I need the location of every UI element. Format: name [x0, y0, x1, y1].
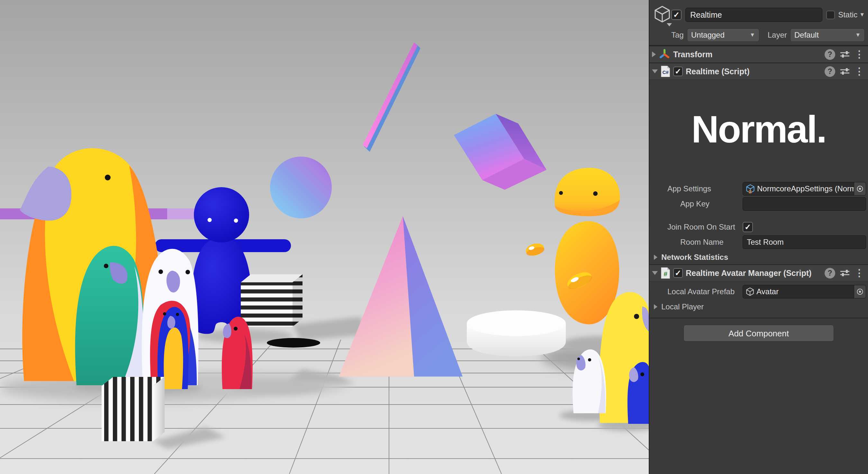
transform-title: Transform [673, 50, 822, 59]
tag-value: Untagged [691, 31, 724, 39]
help-icon[interactable]: ? [825, 49, 835, 60]
local-avatar-prefab-row: Local Avatar Prefab Avatar [649, 285, 866, 299]
app-key-row: App Key [649, 197, 866, 211]
static-label: Static [838, 10, 858, 19]
avatar-manager-enabled-checkbox[interactable]: ✓ [673, 268, 683, 278]
help-icon[interactable]: ? [825, 268, 835, 278]
avatar-manager-title: Realtime Avatar Manager (Script) [686, 268, 822, 278]
check-glyph: ✓ [673, 10, 680, 19]
gameobject-name-input[interactable] [685, 8, 823, 22]
app-settings-object-field[interactable]: {} NormcoreAppSettings (Norm [743, 182, 866, 196]
join-room-row: Join Room On Start ✓ [649, 220, 866, 234]
more-menu-icon[interactable]: ⋮ [855, 66, 864, 76]
avatar-manager-header[interactable]: # ✓ Realtime Avatar Manager (Script) ? ⋮ [649, 264, 868, 282]
gameobject-cube-icon[interactable] [653, 4, 671, 25]
local-avatar-prefab-value: Avatar [756, 287, 854, 296]
realtime-enabled-checkbox[interactable]: ✓ [673, 66, 683, 76]
normcore-settings-icon: {} [745, 184, 755, 194]
svg-text:C#: C# [662, 69, 669, 75]
scene-view[interactable] [0, 0, 649, 474]
local-player-foldout[interactable]: Local Player [649, 300, 868, 314]
csharp-script-icon: # [661, 267, 670, 279]
striped-box[interactable] [101, 377, 164, 441]
static-dropdown-arrow[interactable]: ▼ [859, 11, 865, 18]
striped-cube[interactable] [241, 274, 303, 327]
room-name-label: Room Name [649, 238, 743, 247]
realtime-script-header[interactable]: C# ✓ Realtime (Script) ? ⋮ [649, 63, 868, 80]
gradient-sphere[interactable] [270, 157, 332, 218]
local-avatar-prefab-field[interactable]: Avatar [743, 285, 866, 298]
join-room-checkbox[interactable]: ✓ [743, 222, 753, 232]
presets-icon[interactable] [840, 268, 850, 277]
red-penguin[interactable] [222, 317, 253, 389]
local-player-label: Local Player [661, 302, 704, 311]
local-avatar-prefab-label: Local Avatar Prefab [649, 287, 743, 296]
svg-text:{}: {} [748, 189, 752, 194]
right-blue-penguin[interactable] [627, 362, 649, 424]
tag-dropdown[interactable]: Untagged ▼ [687, 28, 760, 42]
room-name-input[interactable] [743, 235, 866, 249]
app-settings-row: App Settings {} NormcoreAppSettings (Nor… [649, 182, 866, 196]
normal-logo: Normal. [649, 80, 868, 181]
csharp-script-icon: C# [661, 65, 670, 78]
add-component-button[interactable]: Add Component [683, 325, 834, 342]
layer-dropdown[interactable]: Default ▼ [790, 28, 865, 42]
object-picker-icon[interactable] [854, 182, 866, 195]
unity-editor-window: ✓ Static ▼ Tag Untagged ▼ Layer Default … [0, 0, 868, 474]
gameobject-icon-caret[interactable] [667, 23, 672, 26]
transform-foldout[interactable] [652, 52, 656, 57]
room-name-row: Room Name [649, 235, 866, 249]
more-menu-icon[interactable]: ⋮ [855, 50, 864, 59]
avatar-manager-foldout[interactable] [652, 271, 658, 275]
help-icon[interactable]: ? [825, 66, 835, 77]
gameobject-header: ✓ Static ▼ Tag Untagged ▼ Layer Default … [649, 0, 868, 45]
presets-icon[interactable] [840, 50, 850, 59]
transform-header[interactable]: Transform ? ⋮ [649, 46, 868, 63]
foldout-arrow [654, 255, 657, 260]
app-key-input[interactable] [743, 197, 866, 211]
static-checkbox[interactable] [826, 10, 835, 19]
app-settings-label: App Settings [649, 184, 743, 193]
realtime-foldout[interactable] [652, 69, 658, 73]
transform-icon [659, 49, 670, 60]
network-statistics-label: Network Statistics [661, 253, 728, 262]
svg-text:#: # [663, 270, 668, 277]
network-statistics-foldout[interactable]: Network Statistics [649, 250, 868, 264]
hole-shadow [267, 338, 320, 348]
foldout-arrow [654, 304, 657, 309]
layer-label: Layer [768, 31, 787, 39]
tag-label: Tag [671, 31, 684, 39]
realtime-title: Realtime (Script) [686, 67, 822, 76]
presets-icon[interactable] [840, 67, 850, 76]
prefab-cube-icon [745, 287, 754, 296]
cylinder-podium[interactable] [467, 310, 566, 356]
more-menu-icon[interactable]: ⋮ [855, 268, 864, 278]
object-picker-icon[interactable] [854, 285, 866, 298]
layer-dropdown-arrow: ▼ [850, 32, 861, 38]
inspector-panel: ✓ Static ▼ Tag Untagged ▼ Layer Default … [649, 0, 868, 474]
app-settings-value: NormcoreAppSettings (Norm [757, 184, 854, 193]
app-key-label: App Key [649, 199, 743, 208]
gameobject-active-checkbox[interactable]: ✓ [671, 10, 682, 20]
join-room-label: Join Room On Start [649, 223, 743, 232]
layer-value: Default [795, 31, 819, 39]
tag-dropdown-arrow: ▼ [745, 32, 755, 38]
